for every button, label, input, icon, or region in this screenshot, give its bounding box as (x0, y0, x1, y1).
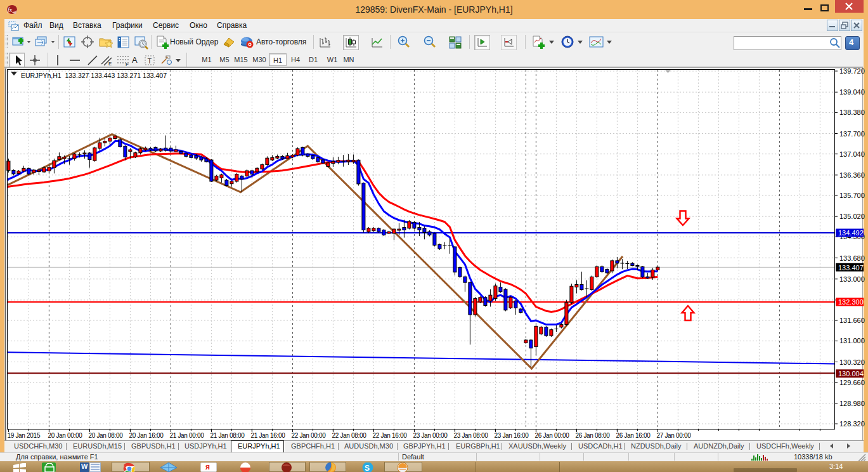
svg-text:20 Jan 08:00: 20 Jan 08:00 (88, 432, 123, 439)
svg-text:136.360: 136.360 (839, 171, 865, 179)
svg-text:138.380: 138.380 (839, 108, 865, 116)
svg-text:132.300: 132.300 (838, 298, 864, 306)
svg-text:129.660: 129.660 (839, 379, 865, 386)
svg-text:26 Jan 08:00: 26 Jan 08:00 (575, 432, 610, 439)
svg-text:23 Jan 00:00: 23 Jan 00:00 (413, 432, 448, 439)
svg-text:22 Jan 16:00: 22 Jan 16:00 (372, 432, 407, 439)
svg-text:131.000: 131.000 (839, 337, 865, 344)
svg-text:133.680: 133.680 (839, 254, 865, 262)
svg-text:21 Jan 08:00: 21 Jan 08:00 (210, 432, 245, 439)
svg-text:139.040: 139.040 (839, 88, 865, 96)
svg-text:130.004: 130.004 (838, 370, 864, 377)
svg-text:19 Jan 2015: 19 Jan 2015 (7, 432, 40, 439)
svg-text:133.407: 133.407 (838, 264, 864, 272)
svg-text:22 Jan 00:00: 22 Jan 00:00 (291, 432, 326, 439)
svg-text:20 Jan 16:00: 20 Jan 16:00 (129, 432, 164, 439)
svg-text:133.000: 133.000 (839, 275, 865, 283)
svg-text:22 Jan 08:00: 22 Jan 08:00 (332, 432, 366, 439)
svg-text:26 Jan 00:00: 26 Jan 00:00 (534, 432, 569, 439)
svg-text:128.320: 128.320 (839, 420, 865, 428)
svg-text:128.980: 128.980 (839, 400, 865, 407)
svg-text:21 Jan 00:00: 21 Jan 00:00 (169, 432, 204, 439)
svg-text:135.700: 135.700 (839, 192, 865, 199)
svg-text:135.020: 135.020 (839, 213, 865, 220)
svg-text:S: S (365, 464, 370, 472)
svg-text:139.720: 139.720 (839, 67, 865, 75)
svg-text:137.700: 137.700 (839, 130, 865, 138)
svg-text:134.492: 134.492 (838, 229, 864, 237)
svg-text:20 Jan 00:00: 20 Jan 00:00 (48, 432, 82, 439)
svg-text:23 Jan 08:00: 23 Jan 08:00 (453, 432, 488, 439)
svg-text:21 Jan 16:00: 21 Jan 16:00 (250, 432, 285, 439)
svg-text:131.660: 131.660 (839, 317, 865, 324)
svg-text:27 Jan 00:00: 27 Jan 00:00 (656, 432, 691, 439)
svg-text:130.320: 130.320 (839, 358, 865, 366)
svg-text:23 Jan 16:00: 23 Jan 16:00 (494, 432, 529, 439)
svg-text:26 Jan 16:00: 26 Jan 16:00 (616, 432, 651, 439)
svg-text:137.040: 137.040 (839, 150, 865, 158)
